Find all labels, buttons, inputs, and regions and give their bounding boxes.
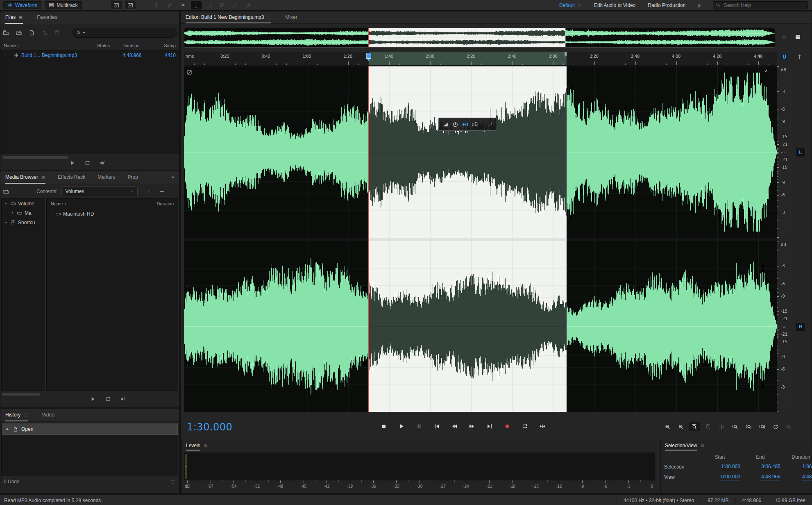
preview-play-button[interactable] (90, 396, 96, 402)
multitrack-view-button[interactable]: Multitrack (45, 1, 82, 9)
gain-value[interactable]: +0 (462, 121, 468, 127)
workspace-default[interactable]: Default (559, 2, 582, 8)
loop-preview-button[interactable] (84, 160, 91, 166)
zoom-in-at-in-point-button[interactable] (730, 422, 740, 431)
rewind-button[interactable] (449, 422, 460, 431)
column-samp[interactable]: Samp (158, 43, 176, 48)
lasso-selection-tool[interactable] (217, 1, 228, 9)
search-options-caret-icon[interactable] (83, 32, 85, 34)
zoom-to-selection-button[interactable] (757, 422, 767, 431)
sv-value-selection-start[interactable]: 1:30.000 (721, 464, 740, 470)
left-channel-button[interactable]: L (796, 148, 805, 157)
zoom-in-button[interactable] (662, 422, 673, 431)
media-horizontal-scrollbar[interactable] (2, 393, 40, 396)
tab-media-browser[interactable]: Media Browser (5, 171, 45, 184)
files-horizontal-scrollbar[interactable] (3, 156, 68, 159)
chevron-right-icon[interactable] (11, 211, 15, 215)
workspace-radio-production[interactable]: Radio Production (648, 2, 685, 8)
search-help-input[interactable] (723, 2, 805, 9)
play-button[interactable] (396, 422, 407, 431)
tab-markers[interactable]: Markers (98, 171, 115, 184)
chevron-down-icon[interactable] (4, 221, 8, 225)
file-row[interactable]: Build 1... Beginnings.mp3 4:48.966 4410 (0, 50, 179, 60)
sv-value-view-duration[interactable]: 4:48.966 (802, 474, 812, 480)
reset-zoom-button[interactable] (770, 422, 781, 431)
maximize-panel-icon[interactable] (763, 68, 769, 75)
spectral-frequency-display-toggle[interactable] (111, 1, 122, 10)
sv-value-selection-end[interactable]: 3:06.485 (761, 464, 780, 470)
add-marker-icon[interactable] (796, 54, 803, 60)
column-name[interactable]: Name ↑ (51, 201, 157, 206)
back-arrow-icon[interactable] (147, 189, 152, 194)
pin-hud-icon[interactable] (488, 122, 493, 127)
gain-knob-icon[interactable] (452, 121, 458, 127)
history-row-open[interactable]: Open (2, 423, 178, 435)
zoom-out-button[interactable] (676, 422, 686, 431)
move-tool[interactable] (152, 1, 162, 9)
auto-play-button[interactable] (100, 160, 106, 166)
column-duration[interactable]: Duration (122, 43, 158, 48)
zoom-out-full-button[interactable] (703, 422, 713, 431)
time-selection-tool[interactable] (191, 1, 202, 9)
workspace-overflow-chevron[interactable]: » (698, 2, 701, 8)
column-status[interactable]: Status (97, 43, 122, 48)
gain-hud[interactable]: +0 dB (438, 118, 497, 131)
overview-navigator[interactable] (184, 28, 775, 48)
tab-favorites[interactable]: Favorites (37, 11, 57, 24)
chevron-down-icon[interactable] (4, 202, 8, 206)
open-file-button[interactable] (3, 30, 9, 36)
razor-tool[interactable] (165, 1, 175, 9)
close-file-button[interactable] (54, 30, 60, 36)
marquee-selection-tool[interactable] (204, 1, 215, 9)
level-meters[interactable] (184, 453, 655, 480)
trash-icon[interactable] (170, 479, 176, 485)
import-icon[interactable] (3, 188, 9, 195)
tab-files[interactable]: Files (5, 11, 23, 24)
navigate-button[interactable] (716, 422, 727, 431)
fast-forward-button[interactable] (467, 422, 477, 431)
pause-button[interactable] (414, 422, 424, 431)
contents-dropdown[interactable]: Volumes (61, 187, 138, 196)
files-search-input[interactable] (87, 30, 173, 36)
display-options-icon[interactable] (795, 34, 801, 40)
skip-to-end-button[interactable] (484, 422, 495, 431)
timeline-ruler[interactable] (184, 52, 777, 66)
paintbrush-tool[interactable] (230, 1, 241, 9)
skip-selection-button[interactable] (537, 422, 548, 431)
levels-tab[interactable]: Levels (182, 440, 658, 451)
heads-up-display-toggle-icon[interactable] (187, 69, 193, 76)
sv-value-view-end[interactable]: 4:48.966 (761, 474, 780, 480)
expand-chevron-icon[interactable] (49, 212, 53, 216)
preview-play-button[interactable] (69, 160, 75, 166)
waveform-view-button[interactable]: Waveform (3, 1, 41, 9)
zoom-in-full-button[interactable] (689, 422, 700, 431)
import-file-button[interactable] (16, 30, 22, 36)
overview-waveform-canvas[interactable] (184, 28, 775, 47)
loop-preview-button[interactable] (105, 396, 111, 402)
tree-item-shortcu[interactable]: Shortcu (2, 218, 45, 227)
tab-editor[interactable]: Editor: Build 1 New Beginnings.mp3 (186, 11, 271, 23)
tree-item-volume[interactable]: Volume (2, 199, 45, 208)
snap-magnet-icon[interactable] (781, 54, 788, 61)
tab-effects-rack[interactable]: Effects Rack (58, 171, 85, 184)
loop-playback-button[interactable] (519, 422, 530, 431)
navigator-pan-icon[interactable] (781, 34, 787, 40)
column-duration[interactable]: Duration (157, 201, 174, 206)
media-encoder-button[interactable] (41, 30, 48, 36)
zoom-extra-button[interactable] (784, 422, 794, 431)
stop-button[interactable] (379, 422, 389, 431)
right-channel-button[interactable]: R (796, 322, 805, 331)
zoom-in-at-out-point-button[interactable] (743, 422, 754, 431)
current-time-display[interactable]: 1:30.000 (187, 421, 232, 433)
new-file-button[interactable] (28, 30, 35, 36)
workspace-edit-audio-to-video[interactable]: Edit Audio to Video (594, 2, 635, 8)
tab-video[interactable]: Video (42, 409, 54, 421)
add-shortcut-icon[interactable] (159, 189, 165, 194)
spot-healing-brush-tool[interactable] (243, 1, 254, 9)
tab-mixer[interactable]: Mixer (285, 11, 297, 23)
skip-to-start-button[interactable] (431, 422, 442, 431)
tree-item-ma[interactable]: Ma (2, 208, 45, 218)
record-button[interactable] (502, 422, 513, 431)
column-name[interactable]: Name ↑ (4, 43, 97, 48)
media-row-macintosh-hd[interactable]: Macintosh HD (47, 209, 178, 218)
